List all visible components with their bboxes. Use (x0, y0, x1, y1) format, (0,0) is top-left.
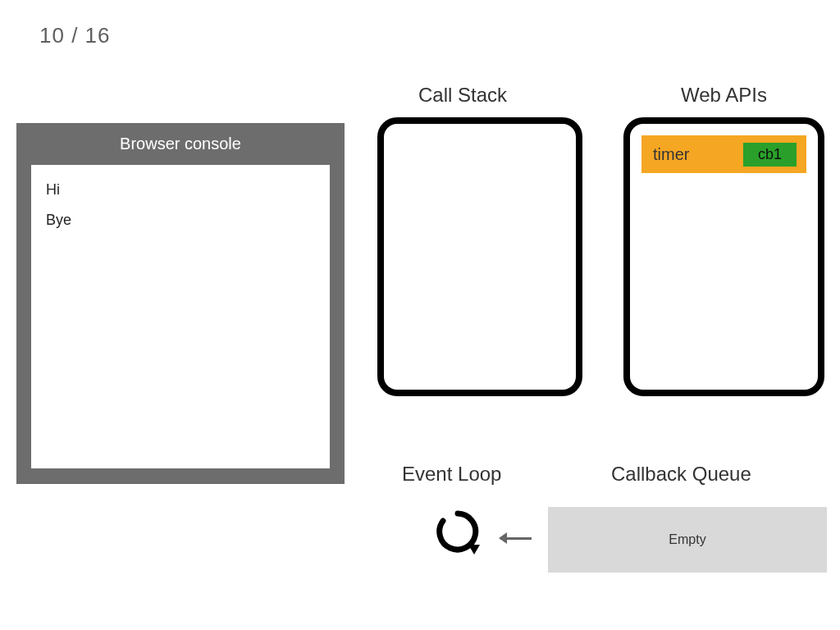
console-line: Hi (46, 181, 315, 199)
browser-console-panel: Browser console Hi Bye (16, 123, 345, 484)
callback-queue-content: Empty (669, 532, 705, 547)
call-stack-box (377, 117, 582, 396)
callstack-title: Call Stack (418, 84, 507, 107)
event-loop-icon (435, 509, 481, 555)
svg-marker-0 (468, 545, 480, 555)
browser-console-title: Browser console (31, 123, 330, 165)
slide-counter: 10 / 16 (39, 23, 111, 48)
timer-label: timer (653, 145, 689, 164)
callback-queue-title: Callback Queue (611, 463, 751, 486)
webapis-title: Web APIs (681, 84, 767, 107)
console-line: Bye (46, 212, 315, 229)
web-apis-box: timer cb1 (623, 117, 824, 396)
eventloop-title: Event Loop (402, 463, 501, 486)
browser-console-body: Hi Bye (31, 165, 330, 468)
timer-block: timer cb1 (641, 135, 806, 173)
arrow-left-icon (500, 532, 541, 545)
callback-block: cb1 (743, 143, 797, 167)
callback-queue-box: Empty (548, 507, 827, 573)
